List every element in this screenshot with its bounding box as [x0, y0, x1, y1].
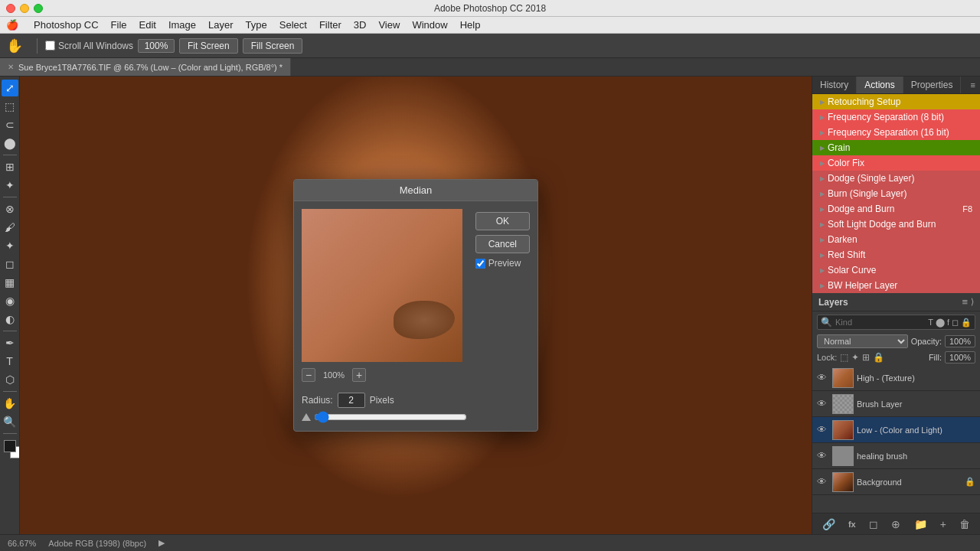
action-soft-light[interactable]: ▶ Soft Light Dodge and Burn — [812, 217, 980, 232]
layers-panel-menu[interactable]: ≡ — [962, 296, 968, 308]
layer-item[interactable]: 👁 Background 🔒 — [812, 469, 980, 495]
menu-filter[interactable]: Filter — [319, 19, 341, 31]
lock-all-icon[interactable]: 🔒 — [873, 352, 884, 363]
close-button[interactable] — [6, 4, 15, 13]
smart-filter-icon[interactable]: ◻ — [952, 318, 959, 328]
foreground-color[interactable] — [4, 440, 16, 452]
action-burn-single[interactable]: ▶ Burn (Single Layer) — [812, 186, 980, 201]
crop-tool[interactable]: ⊞ — [2, 158, 18, 175]
status-arrow[interactable]: ▶ — [158, 538, 165, 548]
menu-3d[interactable]: 3D — [354, 19, 367, 31]
quick-select-tool[interactable]: ⬤ — [2, 135, 18, 152]
layer-visibility-icon[interactable]: 👁 — [817, 424, 829, 435]
cancel-button[interactable]: Cancel — [475, 235, 530, 253]
action-bw-helper[interactable]: ▶ BW Helper Layer — [812, 278, 980, 293]
action-solar-curve[interactable]: ▶ Solar Curve — [812, 262, 980, 278]
preview-checkbox[interactable] — [475, 259, 485, 269]
layer-visibility-icon[interactable]: 👁 — [817, 476, 829, 487]
action-dodge-single[interactable]: ▶ Dodge (Single Layer) — [812, 171, 980, 186]
layer-item[interactable]: 👁 healing brush — [812, 443, 980, 469]
radius-slider[interactable] — [314, 411, 467, 423]
action-color-fix[interactable]: ▶ Color Fix — [812, 155, 980, 171]
add-adjustment-button[interactable]: ⊕ — [887, 517, 905, 532]
eyedropper-tool[interactable]: ✦ — [2, 177, 18, 194]
menu-type[interactable]: Type — [246, 19, 267, 31]
color-swatches[interactable] — [4, 440, 16, 452]
layer-item[interactable]: 👁 Low - (Color and Light) — [812, 417, 980, 443]
action-retouching-setup[interactable]: ▶ Retouching Setup — [812, 94, 980, 109]
layer-item[interactable]: 👁 Brush Layer — [812, 391, 980, 417]
lock-pixels-icon[interactable]: ⬚ — [840, 352, 848, 363]
add-mask-button[interactable]: ◻ — [864, 517, 883, 532]
hand-tool[interactable]: ✋ — [2, 395, 18, 412]
dodge-tool[interactable]: ◐ — [2, 311, 18, 328]
fill-input[interactable] — [945, 351, 975, 364]
lasso-tool[interactable]: ⊂ — [2, 116, 18, 133]
zoom-out-button[interactable]: − — [302, 368, 315, 382]
pixel-filter-icon[interactable]: T — [928, 318, 933, 328]
gradient-tool[interactable]: ▦ — [2, 274, 18, 291]
action-red-shift[interactable]: ▶ Red Shift — [812, 247, 980, 262]
layer-visibility-icon[interactable]: 👁 — [817, 372, 829, 383]
layer-item[interactable]: 👁 High - (Texture) — [812, 365, 980, 391]
move-tool[interactable]: ⤢ — [2, 80, 18, 96]
adj-filter-icon[interactable]: ⬤ — [936, 318, 945, 328]
traffic-lights[interactable] — [6, 4, 43, 13]
layers-search-input[interactable] — [835, 318, 925, 327]
layer-visibility-icon[interactable]: 👁 — [817, 398, 829, 409]
type-filter-icon[interactable]: f — [947, 318, 949, 328]
action-freq-16bit[interactable]: ▶ Frequency Separation (16 bit) — [812, 125, 980, 140]
lock-position-icon[interactable]: ✦ — [851, 352, 859, 363]
doc-tab-close-button[interactable]: ✕ — [8, 63, 14, 71]
action-grain[interactable]: ▶ Grain — [812, 140, 980, 155]
action-freq-8bit[interactable]: ▶ Frequency Separation (8 bit) — [812, 109, 980, 125]
zoom-in-button[interactable]: + — [352, 368, 366, 382]
menu-view[interactable]: View — [378, 19, 400, 31]
lock-filter-icon[interactable]: 🔒 — [961, 318, 972, 328]
pen-tool[interactable]: ✒ — [2, 334, 18, 351]
brush-tool[interactable]: 🖌 — [2, 219, 18, 236]
fit-screen-button[interactable]: Fit Screen — [179, 38, 238, 54]
fill-screen-button[interactable]: Fill Screen — [243, 38, 303, 54]
menu-photoshop[interactable]: Photoshop CC — [34, 19, 99, 31]
menu-help[interactable]: Help — [460, 19, 481, 31]
delete-layer-button[interactable]: 🗑 — [955, 517, 975, 532]
zoom-input[interactable]: 100% — [138, 39, 175, 53]
link-layers-button[interactable]: 🔗 — [818, 517, 840, 532]
menu-layer[interactable]: Layer — [208, 19, 234, 31]
fx-button[interactable]: fx — [844, 518, 861, 530]
healing-tool[interactable]: ⊗ — [2, 201, 18, 217]
add-group-button[interactable]: 📁 — [910, 517, 932, 532]
menu-select[interactable]: Select — [279, 19, 307, 31]
selection-tool[interactable]: ⬚ — [2, 98, 18, 115]
blend-mode-select[interactable]: Normal — [817, 334, 908, 348]
median-dialog[interactable]: Median − 100% + — [293, 179, 538, 432]
menu-image[interactable]: Image — [168, 19, 196, 31]
menu-edit[interactable]: Edit — [139, 19, 156, 31]
tab-properties[interactable]: Properties — [903, 77, 962, 93]
lock-artboard-icon[interactable]: ⊞ — [862, 352, 870, 363]
action-dodge-burn[interactable]: ▶ Dodge and Burn F8 — [812, 201, 980, 217]
layer-visibility-icon[interactable]: 👁 — [817, 450, 829, 461]
maximize-button[interactable] — [34, 4, 43, 13]
eraser-tool[interactable]: ◻ — [2, 256, 18, 272]
minimize-button[interactable] — [20, 4, 29, 13]
shape-tool[interactable]: ⬡ — [2, 371, 18, 388]
layers-expand-icon[interactable]: ⟩ — [971, 297, 974, 307]
text-tool[interactable]: T — [2, 353, 18, 370]
menu-window[interactable]: Window — [412, 19, 447, 31]
doc-tab[interactable]: ✕ Sue Bryce1T8A7766.TIF @ 66.7% (Low – (… — [0, 58, 291, 76]
menu-file[interactable]: File — [111, 19, 127, 31]
clone-tool[interactable]: ✦ — [2, 237, 18, 254]
opacity-input[interactable] — [945, 335, 975, 347]
ok-button[interactable]: OK — [475, 212, 530, 230]
radius-input[interactable] — [338, 393, 365, 408]
panel-collapse-icon[interactable]: ≡ — [971, 80, 975, 90]
scroll-all-windows-checkbox[interactable] — [45, 41, 55, 51]
tab-history[interactable]: History — [812, 77, 857, 93]
tab-actions[interactable]: Actions — [857, 77, 903, 93]
add-layer-button[interactable]: + — [936, 517, 951, 532]
action-darken[interactable]: ▶ Darken — [812, 232, 980, 247]
blur-tool[interactable]: ◉ — [2, 292, 18, 309]
zoom-tool[interactable]: 🔍 — [2, 413, 18, 430]
